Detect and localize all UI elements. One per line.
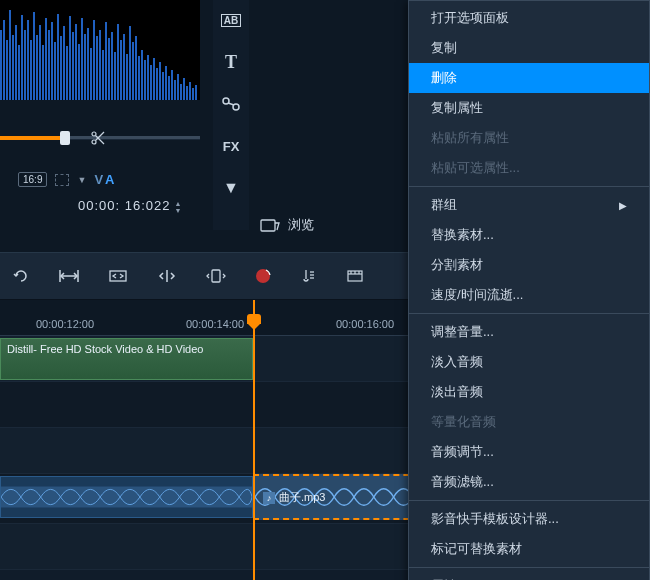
- svg-rect-59: [174, 80, 176, 100]
- menu-item[interactable]: 删除: [409, 63, 649, 93]
- record-button[interactable]: [254, 267, 272, 285]
- ruler-tick-label: 00:00:16:00: [336, 318, 394, 330]
- menu-item[interactable]: 速度/时间流逝...: [409, 280, 649, 310]
- svg-rect-32: [93, 20, 95, 100]
- menu-item-label: 等量化音频: [431, 413, 496, 431]
- svg-rect-9: [24, 30, 26, 100]
- svg-point-67: [92, 132, 96, 136]
- va-toggle[interactable]: VA: [94, 172, 114, 187]
- svg-rect-38: [111, 32, 113, 100]
- folder-icon: [260, 217, 280, 233]
- menu-item-label: 速度/时间流逝...: [431, 286, 523, 304]
- svg-rect-50: [147, 55, 149, 100]
- menu-separator: [409, 500, 649, 501]
- svg-rect-64: [189, 82, 191, 100]
- svg-point-68: [92, 140, 96, 144]
- clip-label: Distill- Free HD Stock Video & HD Video: [7, 343, 203, 355]
- svg-rect-2: [3, 20, 5, 100]
- menu-item[interactable]: 打开选项面板: [409, 3, 649, 33]
- menu-item-label: 影音快手模板设计器...: [431, 510, 559, 528]
- svg-rect-65: [192, 88, 194, 100]
- playhead[interactable]: [253, 300, 255, 580]
- svg-rect-47: [138, 56, 140, 100]
- menu-item-label: 复制: [431, 39, 457, 57]
- menu-item[interactable]: 淡入音频: [409, 347, 649, 377]
- split-expand-button[interactable]: [156, 268, 178, 284]
- svg-rect-43: [126, 54, 128, 100]
- svg-rect-73: [261, 220, 275, 231]
- menu-item-label: 复制属性: [431, 99, 483, 117]
- subtitle-tool-button[interactable]: AB: [219, 8, 243, 32]
- svg-rect-61: [180, 84, 182, 100]
- menu-item[interactable]: 替换素材...: [409, 220, 649, 250]
- audio-mixer-button[interactable]: [300, 267, 318, 285]
- svg-rect-1: [0, 30, 2, 100]
- fit-project-button[interactable]: [108, 268, 128, 284]
- svg-rect-24: [69, 16, 71, 100]
- preview-scrubber[interactable]: [0, 128, 200, 148]
- menu-item[interactable]: 属性...: [409, 571, 649, 580]
- menu-item[interactable]: 调整音量...: [409, 317, 649, 347]
- svg-rect-58: [171, 70, 173, 100]
- menu-item[interactable]: 音频调节...: [409, 437, 649, 467]
- device-button[interactable]: [206, 268, 226, 284]
- browse-button[interactable]: 浏览: [260, 216, 314, 234]
- svg-rect-26: [75, 24, 77, 100]
- video-clip[interactable]: Distill- Free HD Stock Video & HD Video: [0, 338, 253, 380]
- svg-rect-48: [141, 50, 143, 100]
- svg-rect-3: [6, 40, 8, 100]
- svg-rect-42: [123, 34, 125, 100]
- svg-rect-12: [33, 12, 35, 100]
- menu-item[interactable]: 分割素材: [409, 250, 649, 280]
- svg-rect-29: [84, 34, 86, 100]
- menu-item[interactable]: 复制: [409, 33, 649, 63]
- menu-item[interactable]: 复制属性: [409, 93, 649, 123]
- transition-tool-button[interactable]: [219, 92, 243, 116]
- dropdown-toggle[interactable]: ▼: [219, 176, 243, 200]
- menu-separator: [409, 567, 649, 568]
- svg-rect-23: [66, 46, 68, 100]
- menu-item-label: 删除: [431, 69, 457, 87]
- menu-item-label: 音频调节...: [431, 443, 494, 461]
- fx-tool-button[interactable]: FX: [219, 134, 243, 158]
- menu-item-label: 替换素材...: [431, 226, 494, 244]
- svg-rect-18: [51, 22, 53, 100]
- preview-panel: 16:9 ▼ VA 00:00: 16:022▲▼: [0, 0, 210, 230]
- svg-rect-6: [15, 25, 17, 100]
- menu-item: 粘贴所有属性: [409, 123, 649, 153]
- svg-rect-37: [108, 38, 110, 100]
- menu-item[interactable]: 群组▶: [409, 190, 649, 220]
- context-menu: 打开选项面板复制删除复制属性粘贴所有属性粘贴可选属性...群组▶替换素材...分…: [408, 0, 650, 580]
- svg-rect-5: [12, 35, 14, 100]
- text-tool-button[interactable]: T: [219, 50, 243, 74]
- menu-item-label: 标记可替换素材: [431, 540, 522, 558]
- film-button[interactable]: [346, 267, 364, 285]
- redo-button[interactable]: [12, 267, 30, 285]
- svg-rect-31: [90, 48, 92, 100]
- scrubber-handle[interactable]: [60, 131, 70, 145]
- menu-item-label: 调整音量...: [431, 323, 494, 341]
- menu-item-label: 音频滤镜...: [431, 473, 494, 491]
- svg-rect-17: [48, 30, 50, 100]
- aspect-ratio-badge[interactable]: 16:9: [18, 172, 47, 187]
- svg-rect-4: [9, 10, 11, 100]
- menu-item[interactable]: 淡出音频: [409, 377, 649, 407]
- menu-item[interactable]: 标记可替换素材: [409, 534, 649, 564]
- svg-rect-34: [99, 30, 101, 100]
- fit-range-button[interactable]: [58, 268, 80, 284]
- crop-icon[interactable]: [55, 174, 69, 186]
- svg-rect-46: [135, 36, 137, 100]
- menu-item[interactable]: 音频滤镜...: [409, 467, 649, 497]
- svg-rect-21: [60, 36, 62, 100]
- menu-item[interactable]: 影音快手模板设计器...: [409, 504, 649, 534]
- scissors-icon[interactable]: [90, 130, 106, 149]
- timecode-display[interactable]: 00:00: 16:022▲▼: [78, 198, 182, 214]
- svg-rect-13: [36, 35, 38, 100]
- menu-item-label: 群组: [431, 196, 457, 214]
- svg-rect-45: [132, 42, 134, 100]
- svg-rect-56: [165, 66, 167, 100]
- svg-rect-60: [177, 74, 179, 100]
- svg-rect-66: [195, 85, 197, 100]
- audio-clip[interactable]: [0, 476, 253, 518]
- svg-rect-63: [186, 86, 188, 100]
